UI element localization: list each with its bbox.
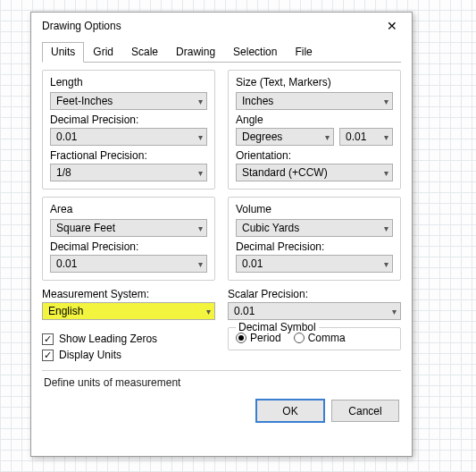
display-units-row[interactable]: ✓ Display Units — [42, 349, 215, 361]
radio-comma[interactable] — [294, 333, 305, 343]
volume-decimal-precision-value: 0.01 — [242, 257, 263, 270]
volume-title: Volume — [236, 203, 393, 215]
length-decimal-precision-label: Decimal Precision: — [50, 114, 207, 126]
area-decimal-precision-value: 0.01 — [56, 257, 77, 270]
hint-text: Define units of measurement — [31, 375, 412, 394]
length-fractional-precision-select[interactable]: 1/8 ▾ — [50, 164, 207, 181]
size-unit-value: Inches — [242, 95, 273, 107]
right-column: Size (Text, Markers) Inches ▾ Angle Degr… — [228, 70, 401, 361]
volume-group: Volume Cubic Yards ▾ Decimal Precision: … — [228, 197, 401, 281]
scalar-precision-value: 0.01 — [234, 305, 255, 317]
window-title: Drawing Options — [42, 20, 121, 32]
cancel-button[interactable]: Cancel — [331, 400, 399, 422]
chevron-down-icon: ▾ — [384, 223, 388, 233]
orientation-select[interactable]: Standard (+CCW) ▾ — [236, 164, 393, 181]
chevron-down-icon: ▾ — [384, 132, 388, 142]
volume-decimal-precision-select[interactable]: 0.01 ▾ — [236, 255, 393, 273]
tab-units[interactable]: Units — [42, 42, 84, 63]
area-unit-value: Square Feet — [56, 222, 115, 234]
tab-selection[interactable]: Selection — [224, 42, 286, 63]
scalar-precision-select[interactable]: 0.01 ▾ — [228, 302, 401, 320]
angle-precision-select[interactable]: 0.01 ▾ — [339, 128, 393, 146]
tab-drawing[interactable]: Drawing — [167, 42, 224, 63]
area-decimal-precision-select[interactable]: 0.01 ▾ — [50, 255, 207, 273]
orientation-label: Orientation: — [236, 149, 393, 162]
volume-unit-select[interactable]: Cubic Yards ▾ — [236, 219, 393, 237]
area-group: Area Square Feet ▾ Decimal Precision: 0.… — [42, 197, 215, 281]
left-column: Length Feet-Inches ▾ Decimal Precision: … — [42, 70, 215, 361]
measurement-system-label: Measurement System: — [42, 288, 215, 300]
ok-button[interactable]: OK — [256, 400, 324, 422]
close-button[interactable]: ✕ — [381, 18, 403, 34]
decimal-symbol-group: Decimal Symbol Period Comma — [228, 327, 401, 350]
orientation-value: Standard (+CCW) — [242, 166, 328, 179]
chevron-down-icon: ▾ — [198, 97, 203, 106]
size-unit-select[interactable]: Inches ▾ — [236, 92, 393, 110]
measurement-system-value: English — [48, 305, 83, 317]
chevron-down-icon: ▾ — [198, 259, 203, 269]
angle-precision-value: 0.01 — [346, 131, 366, 143]
show-leading-zeros-label: Show Leading Zeros — [59, 333, 157, 345]
chevron-down-icon: ▾ — [325, 132, 330, 142]
tab-scale[interactable]: Scale — [122, 42, 167, 63]
chevron-down-icon: ▾ — [384, 259, 388, 269]
tab-body-units: Length Feet-Inches ▾ Decimal Precision: … — [31, 63, 412, 365]
size-group: Size (Text, Markers) Inches ▾ Angle Degr… — [228, 70, 401, 190]
chevron-down-icon: ▾ — [392, 307, 397, 316]
area-title: Area — [50, 203, 207, 215]
length-fractional-precision-value: 1/8 — [56, 166, 71, 179]
button-bar: OK Cancel — [31, 394, 412, 431]
radio-period[interactable] — [236, 333, 246, 343]
volume-decimal-precision-label: Decimal Precision: — [236, 240, 393, 253]
angle-unit-value: Degrees — [242, 131, 282, 143]
length-decimal-precision-select[interactable]: 0.01 ▾ — [50, 128, 207, 146]
angle-label: Angle — [236, 114, 393, 126]
angle-unit-select[interactable]: Degrees ▾ — [236, 128, 334, 146]
display-units-label: Display Units — [59, 349, 121, 361]
tab-strip: Units Grid Scale Drawing Selection File — [42, 41, 401, 63]
display-units-checkbox[interactable]: ✓ — [42, 350, 54, 361]
checkmark-icon: ✓ — [44, 350, 52, 360]
drawing-options-dialog: Drawing Options ✕ Units Grid Scale Drawi… — [30, 12, 413, 457]
decimal-symbol-legend: Decimal Symbol — [236, 321, 319, 333]
chevron-down-icon: ▾ — [384, 168, 388, 178]
length-fractional-precision-label: Fractional Precision: — [50, 149, 207, 162]
close-icon: ✕ — [387, 20, 397, 32]
chevron-down-icon: ▾ — [198, 223, 203, 233]
tab-file[interactable]: File — [286, 42, 321, 63]
checkmark-icon: ✓ — [44, 334, 52, 344]
length-unit-value: Feet-Inches — [56, 95, 113, 107]
length-unit-select[interactable]: Feet-Inches ▾ — [50, 92, 207, 110]
chevron-down-icon: ▾ — [384, 97, 388, 106]
divider — [42, 370, 401, 371]
radio-period-label: Period — [250, 332, 281, 344]
measurement-system-select[interactable]: English ▾ — [42, 302, 215, 320]
chevron-down-icon: ▾ — [198, 168, 203, 178]
area-decimal-precision-label: Decimal Precision: — [50, 240, 207, 253]
length-group: Length Feet-Inches ▾ Decimal Precision: … — [42, 70, 215, 190]
area-unit-select[interactable]: Square Feet ▾ — [50, 219, 207, 237]
show-leading-zeros-checkbox[interactable]: ✓ — [42, 333, 54, 345]
chevron-down-icon: ▾ — [206, 307, 211, 316]
titlebar: Drawing Options ✕ — [31, 13, 412, 39]
length-decimal-precision-value: 0.01 — [56, 131, 77, 143]
tab-grid[interactable]: Grid — [84, 42, 122, 63]
decimal-symbol-comma-option[interactable]: Comma — [294, 332, 346, 344]
volume-unit-value: Cubic Yards — [242, 222, 299, 234]
radio-comma-label: Comma — [308, 332, 346, 344]
show-leading-zeros-row[interactable]: ✓ Show Leading Zeros — [42, 333, 215, 345]
scalar-precision-label: Scalar Precision: — [228, 288, 401, 300]
decimal-symbol-period-option[interactable]: Period — [236, 332, 281, 344]
chevron-down-icon: ▾ — [198, 132, 203, 142]
length-title: Length — [50, 76, 207, 88]
size-title: Size (Text, Markers) — [236, 76, 393, 88]
